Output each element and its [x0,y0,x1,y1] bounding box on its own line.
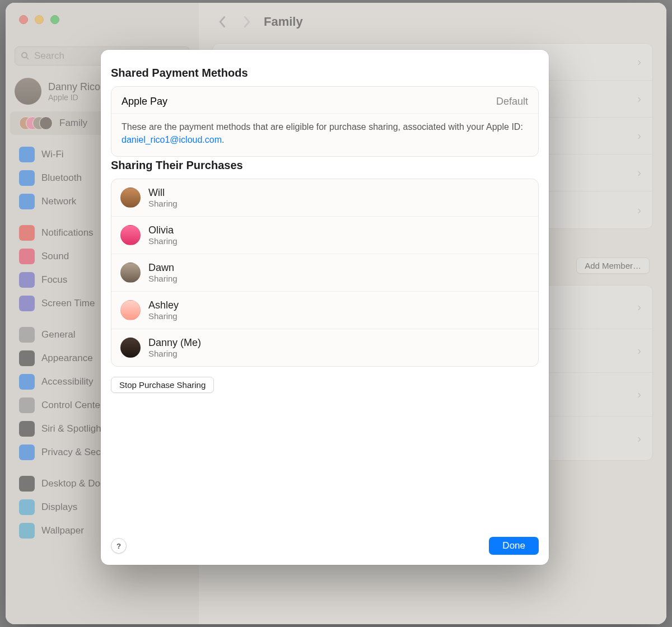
member-name: Dawn [148,262,178,274]
avatar [120,263,141,283]
settings-window: Search Danny Rico Apple ID Family Wi-Fi … [6,3,666,624]
sharing-member-row[interactable]: Danny (Me) Sharing [111,329,538,366]
sharing-members-list: Will Sharing Olivia Sharing Dawn Sharing… [111,179,539,367]
payment-description: These are the payment methods that are e… [111,113,538,156]
sharing-member-row[interactable]: Will Sharing [111,179,538,217]
member-name: Will [148,187,178,199]
avatar [120,188,141,208]
done-button[interactable]: Done [489,537,539,555]
avatar [120,225,141,245]
payment-method-row[interactable]: Apple Pay Default [111,87,538,113]
avatar [120,300,141,320]
sharing-member-row[interactable]: Dawn Sharing [111,254,538,292]
member-status: Sharing [148,349,201,358]
payment-method-card: Apple Pay Default These are the payment … [111,86,539,157]
sharing-member-row[interactable]: Ashley Sharing [111,292,538,329]
section-title-payment: Shared Payment Methods [111,67,539,79]
avatar [120,338,141,358]
member-status: Sharing [148,311,179,321]
member-status: Sharing [148,236,178,246]
member-name: Ashley [148,300,179,311]
stop-purchase-sharing-button[interactable]: Stop Purchase Sharing [111,377,214,393]
payment-method-name: Apple Pay [122,96,167,107]
section-title-sharing: Sharing Their Purchases [111,159,539,172]
apple-id-email-link[interactable]: daniel_rico1@icloud.com [122,135,222,144]
sharing-member-row[interactable]: Olivia Sharing [111,217,538,254]
help-button[interactable]: ? [111,538,127,554]
member-status: Sharing [148,199,178,208]
member-name: Olivia [148,224,178,236]
member-name: Danny (Me) [148,337,201,349]
payment-method-status: Default [496,96,528,107]
member-status: Sharing [148,274,178,283]
purchase-sharing-sheet: Shared Payment Methods Apple Pay Default… [101,50,549,565]
